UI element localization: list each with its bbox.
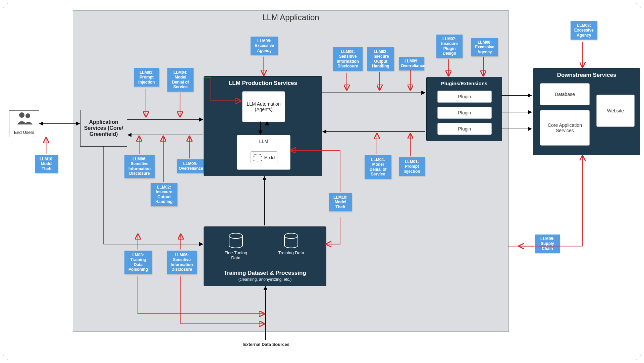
note-llm06-training: LLM06:Sensitive Information Disclosure [167,251,197,274]
note-llm01-prompt-injection: LLM01:Prompt Injection [134,68,159,87]
plugin-row-1: Plugin [437,107,492,119]
fine-tuning-label: Fine Tuning Data [221,250,251,260]
plugin-row-2: Plugin [437,123,492,135]
model-box: Model [251,151,277,164]
note-llm09-overreliance: LLM09:Overreliance [399,57,424,70]
prod-services-title: LLM Production Services [204,80,322,87]
training-title: Training Dataset & Processing [204,270,326,276]
core-app-label: Core Application Services [542,122,588,133]
plugin-label: Plugin [458,110,471,115]
note-llm02-insecure-output: LLM02:Insecure Output Handling [367,47,394,71]
note-llm08-downstream: LLM08:Excessive Agency [571,21,597,40]
note-llm04-low: LLM04:Model Denial of Service [365,155,391,179]
llm-production-services-box: LLM Production Services LLM Automation (… [204,76,322,176]
database-label: Database [555,92,575,97]
diagram-stage: LLM Application End Users Application Se… [3,3,641,360]
note-llm10-model-theft-left: LLM10:Model Theft [35,155,58,173]
llm-agents-label: LLM Automation (Agents) [244,101,283,112]
external-data-sources-label: External Data Sources [241,342,291,347]
note-llm09-mid: LLM09:Overreliance [177,159,204,173]
plugins-extensions-box: Plugins/Extensions Plugin Plugin Plugin [426,77,502,141]
website-label: Website [607,108,624,113]
website-box: Website [596,95,635,127]
training-data-label: Training Data [276,250,306,255]
downstream-title: Downstream Services [533,72,640,79]
note-llm01-low: LLM01:Prompt Injection [399,157,425,176]
cylinder-icon [253,154,262,161]
end-users-label: End Users [14,130,35,135]
cylinder-icon [229,233,243,248]
core-app-services-box: Core Application Services [540,110,590,146]
application-services-box: Application Services (Core/ Greenfield) [80,110,127,147]
cylinder-icon [284,233,298,248]
external-data-label-text: External Data Sources [243,342,289,347]
training-subtitle: (cleansing, anonymizing, etc.) [204,277,326,282]
model-label: Model [264,155,275,160]
plugin-row-0: Plugin [437,91,492,103]
note-llm07-insecure-plugin: LLM07:Insecure Plugin Design [436,35,463,58]
note-llm06-mid: LLM06:Sensitive Information Disclosure [124,155,155,178]
database-box: Database [540,83,590,105]
note-lm03-training-poisoning: LM03:Training Data Poisoning [124,251,152,274]
note-llm02-mid: LLM02:Insecure Output Handling [151,183,177,206]
region-title: LLM Application [73,13,508,22]
llm-box: LLM Model [237,135,290,170]
note-llm10-low: LLM10:Model Theft [329,193,352,211]
training-dataset-box: Training Dataset & Processing (cleansing… [204,226,326,286]
plugins-title: Plugins/Extensions [427,81,502,86]
note-llm08-plugins: LLM08:Excessive Agency [471,38,498,56]
llm-label: LLM [259,139,268,144]
downstream-services-box: Downstream Services Database Website Cor… [533,68,640,155]
application-services-label: Application Services (Core/ Greenfield) [83,119,125,137]
note-llm04-dos: LLM04:Model Denial of Service [167,68,194,92]
llm-agents-box: LLM Automation (Agents) [242,91,285,122]
note-llm06-sensitive-disclosure: LLM06:Sensitive Information Disclosure [333,47,363,71]
note-llm08-excessive-agency: LLM08:Excessive Agency [251,37,278,55]
plugin-label: Plugin [458,94,471,99]
note-llm05-supply-chain: LLM05:Supply Chain [535,235,560,253]
plugin-label: Plugin [458,126,471,132]
end-users-box: End Users [9,110,39,137]
